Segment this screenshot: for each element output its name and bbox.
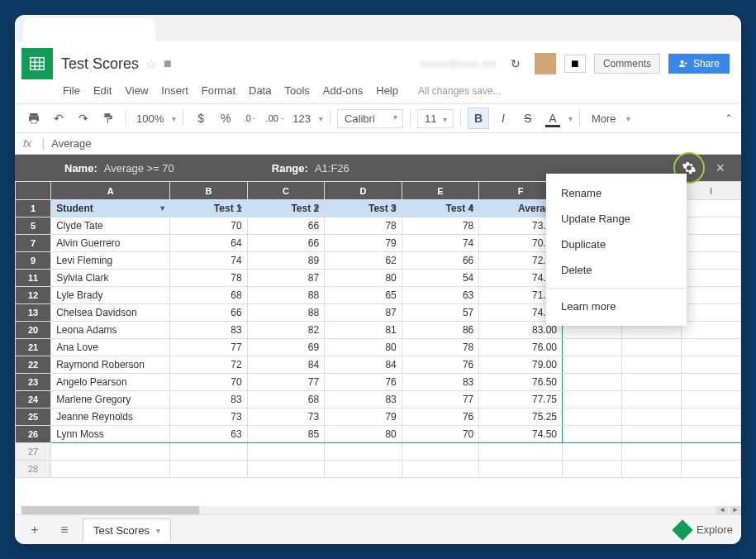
cell[interactable]: Raymond Roberson	[51, 356, 170, 374]
cell[interactable]	[681, 217, 740, 235]
cell[interactable]	[170, 443, 248, 461]
row-number[interactable]: 23	[16, 374, 51, 391]
comments-button[interactable]: Comments	[594, 54, 660, 74]
col-header[interactable]: B	[170, 182, 248, 200]
menu-insert[interactable]: Insert	[161, 84, 188, 97]
cell[interactable]: 66	[247, 235, 325, 252]
cell[interactable]	[325, 461, 402, 478]
row-number[interactable]: 11	[16, 270, 51, 287]
explore-button[interactable]: Explore	[675, 523, 733, 538]
cell[interactable]	[681, 461, 740, 478]
cell[interactable]	[621, 339, 681, 356]
cell[interactable]: 70	[170, 217, 248, 235]
cell[interactable]: 80	[325, 426, 402, 443]
cell[interactable]: 65	[325, 287, 402, 304]
cell[interactable]	[681, 322, 740, 339]
row-number[interactable]: 1	[16, 200, 51, 217]
add-sheet-button[interactable]: +	[23, 518, 46, 542]
cell[interactable]	[325, 443, 402, 461]
cell[interactable]	[247, 443, 325, 461]
cell[interactable]	[621, 374, 681, 391]
cell[interactable]	[681, 374, 740, 391]
cell[interactable]: Sylvia Clark	[51, 270, 170, 287]
cell[interactable]	[681, 304, 740, 322]
menu-tools[interactable]: Tools	[284, 84, 309, 97]
cell[interactable]: 73	[170, 408, 248, 426]
menu-edit[interactable]: Edit	[93, 84, 112, 97]
cell[interactable]	[563, 374, 622, 391]
cell[interactable]: 88	[247, 304, 325, 322]
cell[interactable]: 78	[170, 270, 248, 287]
row-number[interactable]: 21	[16, 339, 51, 356]
cell[interactable]: 77	[170, 339, 248, 356]
zoom-level[interactable]: 100%	[133, 112, 167, 125]
menu-format[interactable]: Format	[202, 84, 235, 97]
cell[interactable]: 76	[402, 408, 479, 426]
cell[interactable]: 76	[325, 374, 402, 391]
cell[interactable]: 64	[170, 235, 248, 252]
row-number[interactable]: 24	[16, 391, 51, 408]
cell[interactable]: 63	[170, 426, 248, 443]
row-number[interactable]: 13	[16, 304, 51, 322]
cell[interactable]: 76	[402, 356, 479, 374]
cell[interactable]	[402, 443, 479, 461]
cell[interactable]: 77	[247, 374, 325, 391]
history-icon[interactable]: ↻	[505, 53, 526, 74]
cell[interactable]: 78	[402, 339, 479, 356]
redo-icon[interactable]: ↷	[73, 108, 94, 129]
decrease-decimal-button[interactable]: .0←	[240, 108, 261, 129]
cell[interactable]: 66	[402, 252, 479, 270]
cell[interactable]: 77.75	[479, 391, 563, 408]
avatar[interactable]	[535, 53, 556, 74]
filter-range-value[interactable]: A1:F26	[315, 162, 349, 174]
print-icon[interactable]	[23, 108, 45, 129]
cell[interactable]	[51, 443, 170, 461]
filter-dropdown-icon[interactable]: ▼	[159, 204, 166, 213]
cell[interactable]	[621, 408, 681, 426]
cell[interactable]: 79	[325, 235, 402, 252]
cell[interactable]: 70	[402, 426, 479, 443]
row-number[interactable]: 27	[16, 443, 51, 461]
cell[interactable]: 83	[170, 391, 248, 408]
menu-item-rename[interactable]: Rename	[546, 180, 687, 206]
cell[interactable]: 81	[325, 322, 402, 339]
header-cell[interactable]: Test 3▼	[325, 200, 402, 217]
cell[interactable]: 66	[247, 217, 325, 235]
folder-icon[interactable]: ■	[164, 56, 172, 71]
undo-icon[interactable]: ↶	[48, 108, 69, 129]
cell[interactable]: 75.25	[479, 408, 563, 426]
select-all-cell[interactable]	[16, 182, 51, 200]
cell[interactable]: Lynn Moss	[51, 426, 170, 443]
number-format-button[interactable]: 123	[289, 112, 314, 125]
bold-button[interactable]: B	[468, 108, 489, 129]
col-header[interactable]: D	[325, 182, 402, 200]
header-cell[interactable]: Test 4▼	[402, 200, 479, 217]
menu-help[interactable]: Help	[376, 84, 398, 97]
cell[interactable]	[563, 391, 622, 408]
horizontal-scrollbar[interactable]	[21, 506, 731, 514]
cell[interactable]: 78	[402, 217, 479, 235]
star-icon[interactable]: ☆	[145, 56, 157, 72]
strikethrough-button[interactable]: S	[517, 108, 539, 129]
sheets-logo-icon[interactable]	[21, 48, 53, 79]
cell[interactable]: Leona Adams	[51, 322, 170, 339]
row-number[interactable]: 7	[16, 235, 51, 252]
close-filter-icon[interactable]: ×	[716, 160, 725, 177]
font-selector[interactable]: Calibri▾	[337, 109, 403, 128]
cell[interactable]: 84	[325, 356, 402, 374]
cell[interactable]: 73	[247, 408, 325, 426]
row-number[interactable]: 26	[16, 426, 51, 443]
cell[interactable]: 87	[325, 304, 402, 322]
cell[interactable]: 62	[325, 252, 402, 270]
cell[interactable]: 63	[402, 287, 479, 304]
menu-data[interactable]: Data	[249, 84, 271, 97]
browser-tab[interactable]	[23, 18, 155, 41]
cell[interactable]	[621, 391, 681, 408]
cell[interactable]: 57	[402, 304, 479, 322]
cell[interactable]	[563, 408, 622, 426]
cell[interactable]	[621, 426, 681, 443]
row-number[interactable]: 28	[16, 461, 51, 478]
cell[interactable]: 54	[402, 270, 479, 287]
cell[interactable]: Clyde Tate	[51, 217, 170, 235]
scroll-buttons[interactable]: ◄►	[716, 506, 741, 514]
